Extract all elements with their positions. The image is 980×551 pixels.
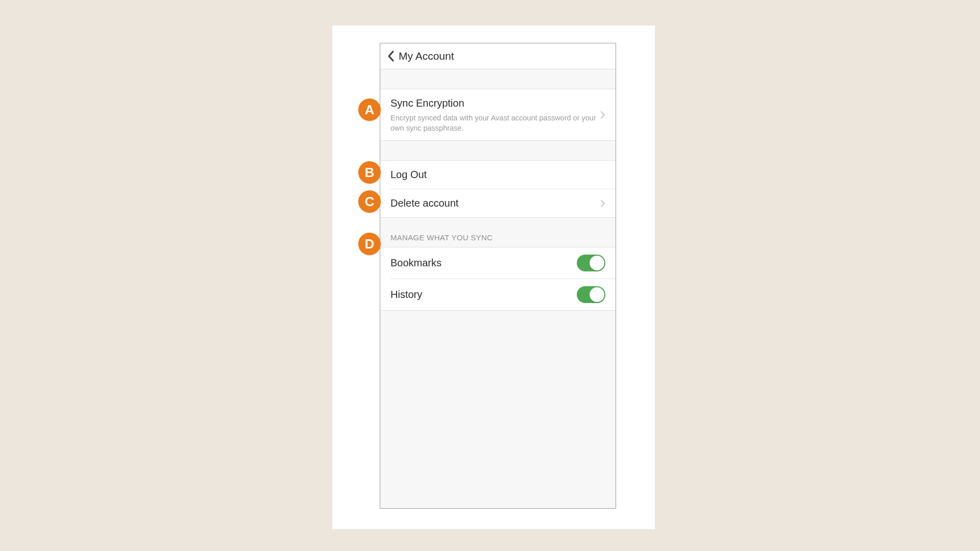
row-content: Delete account — [390, 196, 600, 210]
device-frame: My Account Sync Encryption Encrypt synce… — [380, 43, 616, 509]
log-out-label: Log Out — [390, 168, 605, 182]
chevron-right-icon — [600, 111, 605, 119]
sync-encryption-group: Sync Encryption Encrypt synced data with… — [380, 89, 616, 141]
chevron-right-icon — [600, 199, 605, 208]
sync-encryption-row[interactable]: Sync Encryption Encrypt synced data with… — [380, 89, 616, 140]
history-label: History — [390, 288, 577, 302]
toggle-knob — [590, 256, 604, 270]
annotation-badge-a: A — [358, 98, 381, 121]
bookmarks-label: Bookmarks — [390, 256, 577, 270]
annotation-badge-d: D — [358, 233, 381, 255]
spacer — [380, 69, 616, 89]
delete-account-row[interactable]: Delete account — [380, 189, 616, 217]
annotation-badge-c: C — [358, 190, 381, 213]
row-content: Log Out — [390, 168, 605, 182]
bookmarks-row: Bookmarks — [380, 247, 616, 279]
sync-section-header-block: MANAGE WHAT YOU SYNC — [380, 218, 616, 247]
history-toggle[interactable] — [577, 286, 605, 303]
sync-toggles-group: Bookmarks History — [380, 247, 616, 310]
empty-area — [380, 310, 616, 508]
sync-encryption-subtitle: Encrypt synced data with your Avast acco… — [390, 113, 600, 133]
header-bar: My Account — [380, 43, 616, 69]
page-title: My Account — [399, 50, 454, 62]
delete-account-label: Delete account — [390, 196, 600, 210]
sync-encryption-title: Sync Encryption — [390, 96, 600, 110]
bookmarks-toggle[interactable] — [577, 255, 605, 271]
row-content: Bookmarks — [390, 256, 577, 270]
annotation-badge-b: B — [358, 161, 381, 184]
sync-section-header: MANAGE WHAT YOU SYNC — [380, 233, 616, 247]
back-chevron-icon[interactable] — [386, 50, 395, 62]
account-actions-group: Log Out Delete account — [380, 161, 616, 218]
history-row: History — [380, 279, 616, 310]
log-out-row[interactable]: Log Out — [380, 161, 616, 189]
toggle-knob — [590, 287, 604, 302]
row-content: History — [390, 288, 577, 302]
spacer — [380, 141, 616, 161]
row-content: Sync Encryption Encrypt synced data with… — [390, 96, 600, 133]
